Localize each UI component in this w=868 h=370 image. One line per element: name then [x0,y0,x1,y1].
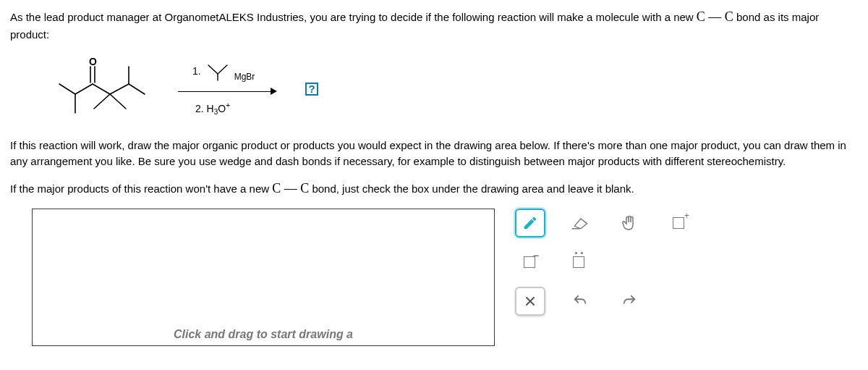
intro-text-1: As the lead product manager at Organomet… [10,11,697,23]
step1-label: 1. [192,65,201,77]
square-dots-icon [573,256,584,268]
lone-pair-tool[interactable] [564,249,593,275]
bot-text-1: If the major products of this reaction w… [10,182,272,195]
svg-line-1 [75,84,93,94]
bot-text-2: bond, just check the box under the drawi… [309,182,634,195]
svg-line-3 [93,84,110,94]
mgbr-label: MgBr [234,72,255,82]
square-plus-icon: + [673,217,684,229]
clear-button[interactable] [515,287,545,316]
question-intro: As the lead product manager at Organomet… [10,7,858,43]
instruction-paragraph-2: If the major products of this reaction w… [10,179,858,198]
reaction-arrow [165,84,288,98]
instruction-paragraph-1: If this reaction will work, draw the maj… [10,138,858,170]
undo-icon [572,293,588,309]
svg-text:O: O [89,56,97,67]
charge-plus-tool[interactable]: + [664,210,693,236]
step2-after: O [218,103,226,114]
cc-bond-2: C — C [272,181,309,195]
pencil-tool[interactable] [515,209,545,237]
tool-panel: + − [515,209,693,316]
redo-icon [621,293,637,309]
svg-line-10 [94,94,110,109]
isopropyl-structure [205,61,230,81]
square-minus-icon: − [524,256,535,268]
undo-button[interactable] [566,288,595,314]
hand-icon [621,214,638,232]
product-placeholder: ? [308,83,315,95]
redo-button[interactable] [615,288,644,314]
svg-line-0 [59,84,75,94]
eraser-tool[interactable] [566,210,595,236]
cc-bond-1: C — C [697,9,733,24]
reagent-conditions: 1. MgBr 2. H3O+ [165,61,288,116]
close-icon [524,295,536,307]
svg-line-6 [110,84,129,94]
svg-line-12 [208,65,218,74]
reaction-scheme: O 1. MgBr 2. H3O+ ? [54,56,858,122]
charge-minus-tool[interactable]: − [515,249,544,275]
workspace: Click and drag to start drawing a + − [10,209,858,346]
pencil-icon [522,215,538,231]
svg-line-9 [110,94,126,109]
product-placeholder-box: ? [305,83,318,96]
hand-tool[interactable] [615,210,644,236]
canvas-hint: Click and drag to start drawing a [33,328,494,341]
ketone-structure: O [54,56,155,122]
eraser-icon [571,215,590,231]
step2-label: 2. H [195,103,214,114]
drawing-canvas[interactable]: Click and drag to start drawing a [32,209,495,346]
svg-line-7 [129,84,145,94]
svg-line-13 [218,65,227,74]
step2-sup: + [226,101,230,109]
